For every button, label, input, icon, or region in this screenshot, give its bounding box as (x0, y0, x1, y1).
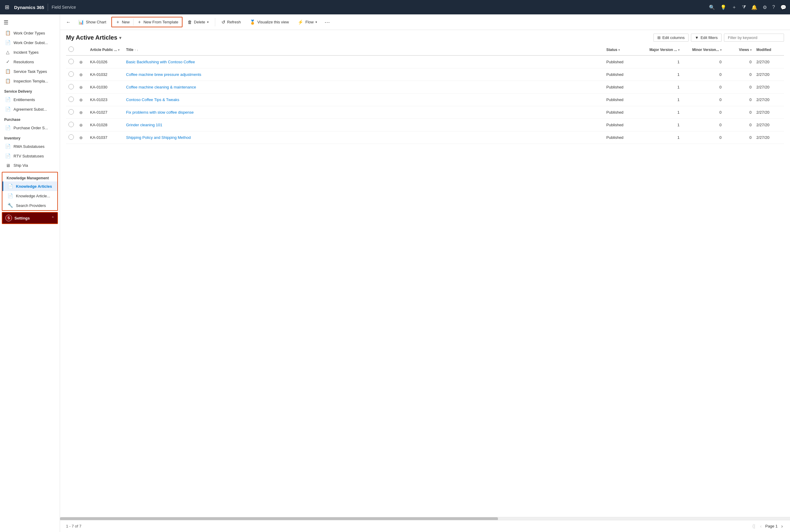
more-button[interactable]: ⋯ (322, 17, 332, 27)
row-title[interactable]: Coffee machine brew pressure adjustments (124, 69, 604, 81)
row-checkbox-cell[interactable] (66, 94, 77, 106)
col-header-title[interactable]: Title ↑ ↓ (124, 44, 604, 56)
help-icon[interactable]: ? (772, 4, 775, 10)
row-major: 1 (640, 56, 682, 69)
sidebar-item-purchase-order-s[interactable]: 📄 Purchase Order S... (0, 123, 60, 133)
row-checkbox[interactable] (69, 71, 74, 77)
flow-button[interactable]: ⚡ Flow ▾ (294, 17, 320, 27)
lightbulb-icon[interactable]: 💡 (720, 4, 727, 10)
col-header-modified[interactable]: Modified (754, 44, 784, 56)
row-title[interactable]: Contoso Coffee Tips & Tweaks (124, 94, 604, 106)
row-count: 1 - 7 of 7 (66, 524, 81, 528)
search-icon[interactable]: 🔍 (709, 4, 715, 10)
filter-icon[interactable]: ⧩ (742, 4, 746, 10)
sidebar-item-rma-substatuses[interactable]: 📄 RMA Substatuses (0, 141, 60, 151)
notification-icon[interactable]: 🔔 (751, 4, 757, 10)
edit-columns-button[interactable]: ⊞ Edit columns (654, 34, 688, 42)
sidebar-item-label: RMA Substatuses (14, 144, 44, 149)
col-header-minor[interactable]: Minor Version... ▾ (682, 44, 724, 56)
sidebar-item-ship-via[interactable]: 🖥 Ship Via (0, 161, 60, 170)
sidebar-item-service-task-types[interactable]: 📋 Service Task Types (0, 66, 60, 76)
table-row: ⊕ KA-01028 Grinder cleaning 101 Publishe… (66, 119, 784, 131)
row-title[interactable]: Basic Backflushing with Contoso Coffee (124, 56, 604, 69)
search-providers-icon: 🔧 (7, 203, 13, 208)
sidebar-item-label: Incident Types (14, 50, 39, 55)
edit-filters-icon: ▼ (695, 35, 699, 40)
waffle-icon[interactable]: ⊞ (4, 3, 11, 12)
row-checkbox[interactable] (69, 134, 74, 140)
sidebar-item-work-order-subst[interactable]: 📄 Work Order Subst... (0, 38, 60, 48)
sidebar-hamburger[interactable]: ☰ (0, 17, 60, 28)
delete-button[interactable]: 🗑 Delete ▾ (184, 17, 213, 27)
col-major-label: Major Version ... (649, 48, 677, 52)
hierarchy-icon: ⊕ (79, 110, 83, 115)
filter-input[interactable] (724, 34, 784, 42)
row-checkbox[interactable] (69, 59, 74, 64)
row-checkbox[interactable] (69, 84, 74, 89)
sidebar-item-work-order-types[interactable]: 📋 Work Order Types (0, 28, 60, 38)
row-checkbox[interactable] (69, 109, 74, 115)
col-header-major[interactable]: Major Version ... ▾ (640, 44, 682, 56)
brand-name: Dynamics 365 (14, 5, 44, 10)
table-container: Article Public ... ▾ Title ↑ ↓ Status ▾ (60, 44, 790, 517)
add-icon[interactable]: ＋ (732, 4, 737, 11)
row-minor: 0 (682, 69, 724, 81)
visualize-button[interactable]: 🏅 Visualize this view (246, 17, 293, 27)
col-header-pubnum[interactable]: Article Public ... ▾ (88, 44, 124, 56)
sidebar-item-agreement-subst[interactable]: 📄 Agreement Subst... (0, 104, 60, 114)
settings-avatar: S (5, 215, 12, 221)
chat-icon[interactable]: 💬 (780, 4, 786, 10)
settings-icon[interactable]: ⚙ (763, 4, 767, 10)
sidebar-item-label: Work Order Types (14, 31, 45, 35)
row-checkbox-cell[interactable] (66, 56, 77, 69)
row-checkbox-cell[interactable] (66, 81, 77, 94)
row-checkbox-cell[interactable] (66, 131, 77, 144)
row-checkbox-cell[interactable] (66, 69, 77, 81)
next-page-button[interactable]: › (780, 523, 784, 530)
edit-filters-button[interactable]: ▼ Edit filters (691, 34, 721, 42)
sidebar-item-resolutions[interactable]: ✓ Resolutions (0, 57, 60, 66)
new-button[interactable]: ＋ New (112, 17, 133, 27)
row-checkbox[interactable] (69, 122, 74, 127)
first-page-button[interactable]: ⟨| (751, 523, 756, 530)
show-chart-button[interactable]: 📊 Show Chart (74, 17, 110, 27)
prev-page-button[interactable]: ‹ (759, 523, 763, 530)
row-status: Published (604, 81, 640, 94)
sidebar-settings[interactable]: S Settings ⌃ (2, 212, 58, 224)
row-checkbox-cell[interactable] (66, 106, 77, 119)
col-header-status[interactable]: Status ▾ (604, 44, 640, 56)
sidebar-item-knowledge-article-v[interactable]: 📄 Knowledge Article... (2, 191, 57, 201)
hierarchy-icon: ⊕ (79, 85, 83, 90)
col-header-views[interactable]: Views ▾ (724, 44, 754, 56)
row-title[interactable]: Fix problems with slow coffee dispense (124, 106, 604, 119)
sidebar-item-knowledge-articles[interactable]: 📄 Knowledge Articles (2, 182, 57, 191)
sidebar-item-search-providers[interactable]: 🔧 Search Providers (2, 201, 57, 210)
refresh-button[interactable]: ↺ Refresh (218, 17, 245, 27)
row-title[interactable]: Coffee machine cleaning & maintenance (124, 81, 604, 94)
col-header-checkbox[interactable] (66, 44, 77, 56)
sidebar-item-incident-types[interactable]: △ Incident Types (0, 48, 60, 57)
header-checkbox[interactable] (69, 46, 74, 52)
sidebar-item-entitlements[interactable]: 📄 Entitlements (0, 95, 60, 104)
row-views: 0 (724, 119, 754, 131)
horizontal-scrollbar[interactable] (60, 517, 790, 520)
back-button[interactable]: ← (63, 18, 73, 27)
sidebar: ☰ 📋 Work Order Types 📄 Work Order Subst.… (0, 14, 60, 532)
col-header-hierarchy (77, 44, 88, 56)
settings-chevron: ⌃ (51, 216, 54, 220)
row-hierarchy-cell: ⊕ (77, 69, 88, 81)
new-from-template-button[interactable]: ＋ New From Template (133, 17, 182, 27)
table-row: ⊕ KA-01026 Basic Backflushing with Conto… (66, 56, 784, 69)
sidebar-item-label: Service Task Types (14, 69, 47, 74)
sidebar-item-rtv-substatuses[interactable]: 📄 RTV Substatuses (0, 151, 60, 161)
row-checkbox-cell[interactable] (66, 119, 77, 131)
row-pubnum: KA-01032 (88, 69, 124, 81)
col-status-chevron: ▾ (618, 48, 620, 52)
row-title[interactable]: Shipping Policy and Shipping Method (124, 131, 604, 144)
sidebar-item-inspection-templates[interactable]: 📋 Inspection Templa... (0, 76, 60, 86)
view-title-chevron[interactable]: ▾ (119, 35, 121, 40)
sidebar-item-label: Resolutions (14, 60, 34, 64)
row-checkbox[interactable] (69, 97, 74, 102)
sidebar-item-label: Search Providers (16, 203, 46, 208)
row-title[interactable]: Grinder cleaning 101 (124, 119, 604, 131)
